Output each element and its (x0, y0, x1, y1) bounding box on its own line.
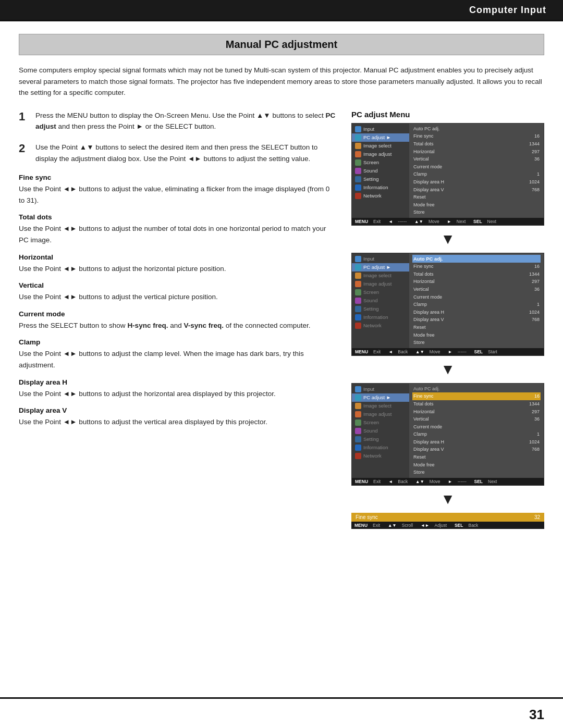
image-select-icon (355, 143, 361, 149)
step-1: 1 Press the MENU button to display the O… (19, 110, 337, 132)
menu-item-network: Network (352, 192, 409, 200)
right-item-reset-3: Reset (412, 453, 541, 461)
right-item-vertical-3: Vertical36 (412, 415, 541, 423)
right-item-reset-2: Reset (412, 324, 541, 331)
screen-icon (355, 159, 361, 166)
image-select-icon-3 (355, 403, 361, 409)
menu-item-image-select-2: Image select (352, 272, 409, 280)
menu-item-image-select: Image select (352, 142, 409, 150)
subsection-display-v-heading: Display area V (19, 406, 337, 414)
right-item-current-mode: Current mode (412, 163, 541, 171)
page-number-bar: 31 (0, 701, 563, 728)
image-adjust-icon-3 (355, 411, 361, 417)
subsection-clamp-text: Use the Point ◄► buttons to adjust the c… (19, 348, 337, 371)
bottom-bar-1: MENU Exit ◄------ ▲▼ Move ► Next SEL Nex… (352, 218, 544, 225)
down-arrow-1: ▼ (351, 232, 544, 246)
right-header-auto-pc: Auto PC adj. (412, 255, 541, 263)
subsection-current-mode-text: Press the SELECT button to show H-sync f… (19, 320, 337, 331)
menu-item-screen: Screen (352, 158, 409, 167)
intro-paragraph: Some computers employ special signal for… (19, 65, 544, 98)
input-icon-2 (355, 256, 361, 262)
step-1-number: 1 (19, 110, 30, 132)
bottom-bar-2: MENU Exit ◄ Back ▲▼ Move ►------ SEL Sta… (352, 348, 544, 355)
right-item-clamp-2: Clamp1 (412, 301, 541, 309)
menu-item-information: Information (352, 183, 409, 192)
subsection-vertical-text: Use the Point ◄► buttons to adjust the v… (19, 291, 337, 303)
menu-item-pc-adjust: PC adjust ► (352, 133, 409, 142)
screenshot-2: Input PC adjust ► Image select Image adj… (351, 253, 544, 356)
right-column: PC adjust Menu Input PC adjust ► (351, 110, 544, 529)
right-item-auto-pc: Auto PC adj. (412, 125, 541, 133)
right-item-display-v: Display area V768 (412, 186, 541, 194)
down-arrow-3: ▼ (351, 492, 544, 507)
menu-item-network-3: Network (352, 452, 409, 460)
step-2-number: 2 (19, 142, 30, 164)
pc-adjust-icon-3 (355, 394, 361, 401)
right-item-store: Store (412, 208, 541, 216)
subsection-horizontal-text: Use the Point ◄► buttons to adjust the h… (19, 263, 337, 275)
right-item-horizontal-3: Horizontal297 (412, 408, 541, 416)
menu-item-image-adjust-2: Image adjust (352, 280, 409, 288)
subsection-current-mode-heading: Current mode (19, 310, 337, 318)
subsection-fine-sync-heading: Fine sync (19, 174, 337, 181)
right-item-horizontal: Horizontal297 (412, 148, 541, 156)
setting-icon-2 (355, 306, 361, 312)
right-item-fine-sync-3-highlighted: Fine sync16 (412, 392, 541, 400)
menu-item-input-2: Input (352, 255, 409, 263)
right-item-display-v-2: Display area V768 (412, 316, 541, 324)
information-icon (355, 184, 361, 191)
menu-item-image-select-3: Image select (352, 402, 409, 410)
right-panel-2: Auto PC adj. Fine sync16 Total dots1344 … (409, 253, 544, 348)
page-content: Manual PC adjustment Some computers empl… (0, 21, 563, 548)
subsection-total-dots-text: Use the Point ◄► buttons to adjust the n… (19, 223, 337, 245)
bottom-bar-3: MENU Exit ◄ Back ▲▼ Move ►------ SEL Nex… (352, 478, 544, 485)
fine-sync-value: 32 (534, 514, 540, 520)
right-item-auto-pc-3: Auto PC adj. (412, 385, 541, 393)
menu-item-pc-adjust-2: PC adjust ► (352, 263, 409, 272)
setting-icon (355, 176, 361, 182)
right-item-current-mode-2: Current mode (412, 293, 541, 301)
menu-item-screen-3: Screen (352, 418, 409, 427)
right-item-mode-free-2: Mode free (412, 331, 541, 339)
menu-item-input: Input (352, 125, 409, 133)
image-adjust-icon (355, 151, 361, 157)
pc-adjust-icon (355, 134, 361, 141)
right-item-total-dots: Total dots1344 (412, 140, 541, 148)
setting-icon-3 (355, 436, 361, 442)
network-icon (355, 193, 361, 199)
right-item-display-v-3: Display area V768 (412, 446, 541, 453)
step-2-text: Use the Point ▲▼ buttons to select the d… (35, 142, 337, 164)
bottom-divider (0, 697, 563, 699)
page-number: 31 (529, 707, 544, 723)
right-panel-3: Auto PC adj. Fine sync16 Total dots1344 … (409, 384, 544, 478)
right-item-horizontal-2: Horizontal297 (412, 278, 541, 286)
network-icon-3 (355, 453, 361, 459)
right-item-mode-free-3: Mode free (412, 461, 541, 469)
right-item-clamp: Clamp1 (412, 170, 541, 178)
network-icon-2 (355, 323, 361, 329)
menu-item-image-adjust: Image adjust (352, 150, 409, 158)
subsection-vertical-heading: Vertical (19, 281, 337, 289)
step-2: 2 Use the Point ▲▼ buttons to select the… (19, 142, 337, 164)
right-item-fine-sync-2: Fine sync16 (412, 263, 541, 270)
right-item-fine-sync: Fine sync16 (412, 132, 541, 140)
right-item-vertical: Vertical36 (412, 155, 541, 163)
pc-adjust-menu-label: PC adjust Menu (351, 110, 544, 119)
sound-icon-3 (355, 428, 361, 434)
sound-icon-2 (355, 298, 361, 304)
image-adjust-icon-2 (355, 281, 361, 287)
menu-screenshots-container: Input PC adjust ► Image select Image adj… (351, 123, 544, 529)
section-title: Manual PC adjustment (19, 39, 544, 51)
screenshot-3: Input PC adjust ► Image select Image adj… (351, 383, 544, 486)
right-item-total-dots-3: Total dots1344 (412, 400, 541, 408)
right-item-clamp-3: Clamp1 (412, 430, 541, 438)
menu-item-input-3: Input (352, 385, 409, 393)
image-select-icon-2 (355, 273, 361, 279)
right-item-display-h-3: Display area H1024 (412, 438, 541, 446)
left-column: 1 Press the MENU button to display the O… (19, 110, 337, 529)
top-header-bar: Computer Input (0, 0, 563, 20)
fine-sync-label: Fine sync (356, 514, 378, 520)
pc-adjust-icon-2 (355, 264, 361, 270)
left-panel-1: Input PC adjust ► Image select Image adj… (352, 124, 409, 218)
header-title: Computer Input (469, 5, 546, 16)
